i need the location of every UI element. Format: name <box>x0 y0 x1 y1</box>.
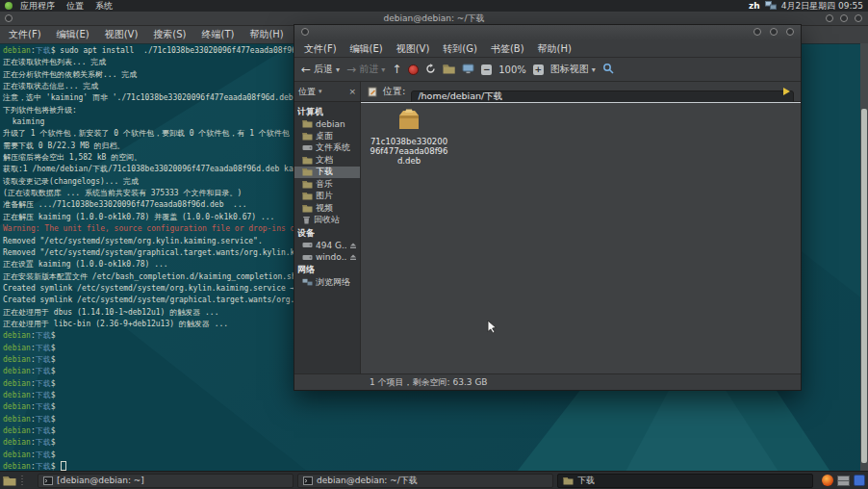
sidebar-item-音乐[interactable]: 音乐 <box>294 178 360 191</box>
reload-button[interactable] <box>425 64 436 76</box>
menu-书签(B)[interactable]: 书签(B) <box>491 42 524 56</box>
menu-应用程序[interactable]: 应用程序 <box>20 0 55 13</box>
terminal-scrollbar-thumb[interactable] <box>861 109 867 463</box>
folder-icon <box>302 204 313 213</box>
sidebar-item-图片[interactable]: 图片 <box>294 191 360 203</box>
terminal-maximize-button[interactable] <box>840 14 848 22</box>
sidebar-item-浏览网络[interactable]: 浏览网络 <box>294 276 360 289</box>
fm-titlebar[interactable] <box>294 25 801 40</box>
folder-icon <box>302 192 313 200</box>
show-desktop-icon[interactable] <box>3 475 16 486</box>
sidebar-item-下载[interactable]: 下载 <box>294 167 360 179</box>
menu-视图(V)[interactable]: 视图(V) <box>105 28 139 41</box>
menu-文件(F)[interactable]: 文件(F) <box>304 42 337 56</box>
sidebar-close-icon[interactable]: × <box>348 87 356 96</box>
zoom-level: 100% <box>498 64 526 75</box>
zoom-out-button[interactable]: − <box>481 64 492 75</box>
sidebar-item-文档[interactable]: 文档 <box>294 154 360 167</box>
eject-icon[interactable] <box>349 242 357 249</box>
terminal-window-menu-button[interactable] <box>5 14 13 22</box>
view-mode-selector[interactable]: 图标视图 ▾ <box>550 63 596 76</box>
taskbar-button-[debian@debian: ~][interactable]: [debian@debian: ~] <box>38 474 294 488</box>
terminal-line: debian:下载$ <box>3 450 868 461</box>
menu-视图(V)[interactable]: 视图(V) <box>396 42 430 56</box>
reload-icon <box>425 64 436 76</box>
folder-icon <box>302 132 313 141</box>
fm-maximize-button[interactable] <box>770 28 778 36</box>
fm-close-button[interactable] <box>786 28 794 36</box>
stop-button[interactable] <box>408 64 419 75</box>
menu-系统[interactable]: 系统 <box>95 0 113 13</box>
up-button[interactable]: ↑ <box>392 64 401 75</box>
terminal-close-button[interactable] <box>855 14 862 22</box>
menu-帮助(H)[interactable]: 帮助(H) <box>538 42 572 56</box>
fm-minimize-button[interactable] <box>753 28 761 36</box>
menu-编辑(E)[interactable]: 编辑(E) <box>350 42 383 56</box>
menu-文件(F)[interactable]: 文件(F) <box>9 28 41 41</box>
location-label: 位置: <box>383 85 405 98</box>
menu-编辑(E)[interactable]: 编辑(E) <box>57 28 89 41</box>
eject-icon[interactable] <box>349 253 357 261</box>
system-tray <box>822 475 865 486</box>
terminal-scrollbar[interactable] <box>860 43 868 472</box>
file-manager-window: 文件(F)编辑(E)视图(V)转到(G)书签(B)帮助(H) ← 后退 ▾ → … <box>294 24 802 391</box>
zoom-out-icon: − <box>481 64 492 75</box>
taskbar-button-下载[interactable]: 下载 <box>557 474 813 488</box>
folder-icon <box>302 167 313 176</box>
file-item-deb-package[interactable]: 71c1038be33020096f477eaada08f96d.deb <box>367 107 451 166</box>
sidebar-item-桌面[interactable]: 桌面 <box>294 130 360 142</box>
input-method-indicator[interactable]: zh <box>749 1 760 11</box>
fm-window-menu-button[interactable] <box>301 28 309 36</box>
sidebar-item-debian[interactable]: debian <box>294 118 360 131</box>
sidebar-header[interactable]: 位置 ▾ × <box>294 82 361 101</box>
home-button[interactable] <box>443 64 455 76</box>
back-button[interactable]: ← 后退 ▾ <box>301 63 340 76</box>
sidebar-item-回收站[interactable]: 回收站 <box>294 215 360 227</box>
sidebar-header-label: 位置 <box>298 86 316 98</box>
fm-file-view[interactable]: 71c1038be33020096f477eaada08f96d.deb <box>361 102 801 373</box>
sidebar-item-494 G...[interactable]: 494 G... <box>294 240 360 252</box>
sidebar-header-caret-icon[interactable]: ▾ <box>319 88 322 95</box>
folder-icon <box>563 476 574 485</box>
forward-label: 前进 <box>359 63 378 76</box>
location-go-icon[interactable] <box>783 88 790 95</box>
back-label: 后退 <box>314 63 333 76</box>
zoom-in-button[interactable]: + <box>533 64 544 75</box>
view-mode-caret-icon: ▾ <box>592 65 596 74</box>
menu-转到(G)[interactable]: 转到(G) <box>443 42 477 56</box>
fm-sidebar-list: 计算机debian桌面文件系统文档下载音乐图片视频回收站设备494 G...wi… <box>294 102 361 373</box>
menu-终端(T)[interactable]: 终端(T) <box>202 28 235 41</box>
terminal-line: debian:下载$ <box>3 425 868 437</box>
drive-icon <box>302 253 313 262</box>
terminal-line: debian:下载$ <box>3 437 868 449</box>
menu-位置[interactable]: 位置 <box>66 0 84 13</box>
back-caret-icon[interactable]: ▾ <box>336 65 340 74</box>
folder-icon <box>302 180 313 189</box>
network-icon[interactable] <box>765 1 777 11</box>
back-arrow-icon: ← <box>301 64 311 75</box>
up-arrow-icon: ↑ <box>392 64 401 75</box>
forward-button[interactable]: → 前进 ▾ <box>346 63 385 76</box>
menu-帮助(H)[interactable]: 帮助(H) <box>249 28 283 41</box>
search-button[interactable] <box>602 63 614 76</box>
terminal-minimize-button[interactable] <box>826 14 833 22</box>
drive-icon <box>302 143 313 152</box>
computer-button[interactable] <box>462 64 474 76</box>
menu-搜索(S)[interactable]: 搜索(S) <box>153 28 186 41</box>
location-toggle-icon[interactable] <box>368 83 377 101</box>
trash-icon <box>302 216 311 224</box>
taskbar: [debian@debian: ~]debian@debian: ~/下载下载 <box>0 471 868 489</box>
blue-app-icon[interactable] <box>854 475 865 486</box>
firefox-icon[interactable] <box>822 475 833 486</box>
forward-caret-icon[interactable]: ▾ <box>381 65 385 74</box>
folder-icon <box>302 119 313 128</box>
sidebar-item-文件系统[interactable]: 文件系统 <box>294 142 360 155</box>
zoom-in-icon: + <box>533 64 544 75</box>
drawer-icon[interactable] <box>837 476 850 486</box>
panel-clock[interactable]: 4月2日星期四 09:55 <box>781 0 863 13</box>
terminal-title: debian@debian: ~/下载 <box>0 12 868 25</box>
distro-logo-icon[interactable] <box>5 2 13 10</box>
sidebar-item-视频[interactable]: 视频 <box>294 202 360 215</box>
sidebar-item-windo...[interactable]: windo... <box>294 251 360 264</box>
taskbar-button-debian@debian: ~/下载[interactable]: debian@debian: ~/下载 <box>297 474 553 488</box>
